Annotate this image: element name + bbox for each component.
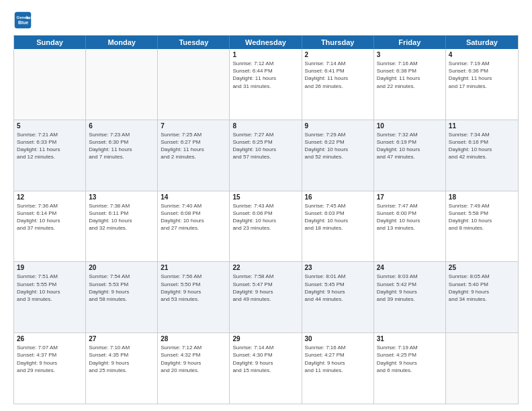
svg-text:Blue: Blue (18, 20, 28, 25)
calendar-cell: 6Sunrise: 7:23 AM Sunset: 6:30 PM Daylig… (86, 120, 158, 191)
calendar-cell: 26Sunrise: 7:07 AM Sunset: 4:37 PM Dayli… (14, 333, 86, 404)
header-day-saturday: Saturday (446, 36, 518, 49)
calendar-cell: 14Sunrise: 7:40 AM Sunset: 6:08 PM Dayli… (158, 191, 230, 262)
calendar-page: General Blue SundayMondayTuesdayWednesda… (0, 0, 532, 411)
calendar-cell: 27Sunrise: 7:10 AM Sunset: 4:35 PM Dayli… (86, 333, 158, 404)
cell-date-number: 24 (377, 264, 443, 271)
cell-info-text: Sunrise: 7:27 AM Sunset: 6:25 PM Dayligh… (232, 131, 298, 161)
cell-date-number: 31 (377, 335, 443, 342)
logo: General Blue (13, 11, 35, 30)
calendar-cell (86, 49, 158, 120)
cell-date-number: 12 (17, 193, 83, 201)
cell-info-text: Sunrise: 7:19 AM Sunset: 6:36 PM Dayligh… (449, 60, 515, 90)
cell-date-number: 5 (17, 122, 83, 130)
cell-date-number: 2 (305, 51, 371, 58)
cell-info-text: Sunrise: 7:07 AM Sunset: 4:37 PM Dayligh… (17, 344, 83, 374)
calendar: SundayMondayTuesdayWednesdayThursdayFrid… (13, 35, 519, 404)
header-day-thursday: Thursday (302, 36, 374, 49)
calendar-week-5: 26Sunrise: 7:07 AM Sunset: 4:37 PM Dayli… (14, 333, 518, 404)
cell-date-number: 19 (17, 264, 83, 271)
calendar-cell: 25Sunrise: 8:05 AM Sunset: 5:40 PM Dayli… (446, 262, 518, 332)
calendar-week-4: 19Sunrise: 7:51 AM Sunset: 5:55 PM Dayli… (14, 262, 518, 333)
cell-date-number: 9 (305, 122, 371, 130)
calendar-week-3: 12Sunrise: 7:36 AM Sunset: 6:14 PM Dayli… (14, 191, 518, 263)
cell-info-text: Sunrise: 7:34 AM Sunset: 6:16 PM Dayligh… (449, 131, 515, 161)
calendar-cell (158, 49, 230, 120)
header-day-wednesday: Wednesday (230, 36, 302, 49)
cell-info-text: Sunrise: 7:25 AM Sunset: 6:27 PM Dayligh… (161, 131, 226, 161)
cell-info-text: Sunrise: 7:47 AM Sunset: 6:00 PM Dayligh… (377, 202, 443, 232)
calendar-cell: 4Sunrise: 7:19 AM Sunset: 6:36 PM Daylig… (446, 49, 518, 120)
calendar-cell: 19Sunrise: 7:51 AM Sunset: 5:55 PM Dayli… (14, 262, 86, 332)
calendar-cell: 11Sunrise: 7:34 AM Sunset: 6:16 PM Dayli… (446, 120, 518, 191)
calendar-cell: 7Sunrise: 7:25 AM Sunset: 6:27 PM Daylig… (158, 120, 230, 191)
cell-date-number: 29 (232, 335, 298, 342)
cell-info-text: Sunrise: 7:21 AM Sunset: 6:33 PM Dayligh… (17, 131, 83, 161)
cell-info-text: Sunrise: 7:23 AM Sunset: 6:30 PM Dayligh… (89, 131, 154, 161)
cell-date-number: 8 (232, 122, 298, 130)
calendar-cell: 3Sunrise: 7:16 AM Sunset: 6:38 PM Daylig… (374, 49, 446, 120)
header-day-friday: Friday (374, 36, 446, 49)
logo-icon: General Blue (13, 11, 32, 30)
header-day-sunday: Sunday (14, 36, 86, 49)
calendar-cell: 20Sunrise: 7:54 AM Sunset: 5:53 PM Dayli… (86, 262, 158, 332)
calendar-cell: 10Sunrise: 7:32 AM Sunset: 6:19 PM Dayli… (374, 120, 446, 191)
cell-info-text: Sunrise: 7:45 AM Sunset: 6:03 PM Dayligh… (305, 202, 371, 232)
cell-date-number: 1 (232, 51, 298, 58)
cell-info-text: Sunrise: 7:14 AM Sunset: 6:41 PM Dayligh… (305, 60, 371, 90)
cell-date-number: 13 (89, 193, 154, 201)
cell-date-number: 4 (449, 51, 515, 58)
calendar-cell: 18Sunrise: 7:49 AM Sunset: 5:58 PM Dayli… (446, 191, 518, 262)
calendar-cell (14, 49, 86, 120)
calendar-cell: 12Sunrise: 7:36 AM Sunset: 6:14 PM Dayli… (14, 191, 86, 262)
calendar-cell: 8Sunrise: 7:27 AM Sunset: 6:25 PM Daylig… (230, 120, 302, 191)
cell-info-text: Sunrise: 7:32 AM Sunset: 6:19 PM Dayligh… (377, 131, 443, 161)
calendar-cell: 29Sunrise: 7:14 AM Sunset: 4:30 PM Dayli… (230, 333, 302, 404)
cell-info-text: Sunrise: 7:12 AM Sunset: 6:44 PM Dayligh… (232, 60, 298, 90)
cell-date-number: 11 (449, 122, 515, 130)
calendar-cell: 23Sunrise: 8:01 AM Sunset: 5:45 PM Dayli… (302, 262, 374, 332)
cell-info-text: Sunrise: 7:19 AM Sunset: 4:25 PM Dayligh… (377, 344, 443, 374)
calendar-cell: 2Sunrise: 7:14 AM Sunset: 6:41 PM Daylig… (302, 49, 374, 120)
cell-date-number: 23 (305, 264, 371, 271)
cell-date-number: 27 (89, 335, 154, 342)
calendar-cell: 13Sunrise: 7:38 AM Sunset: 6:11 PM Dayli… (86, 191, 158, 262)
page-header: General Blue (13, 11, 519, 30)
cell-info-text: Sunrise: 8:03 AM Sunset: 5:42 PM Dayligh… (377, 273, 443, 303)
cell-date-number: 18 (449, 193, 515, 201)
cell-date-number: 30 (305, 335, 371, 342)
cell-date-number: 6 (89, 122, 154, 130)
calendar-cell: 28Sunrise: 7:12 AM Sunset: 4:32 PM Dayli… (158, 333, 230, 404)
cell-date-number: 14 (161, 193, 226, 201)
cell-info-text: Sunrise: 7:12 AM Sunset: 4:32 PM Dayligh… (161, 344, 226, 374)
cell-info-text: Sunrise: 7:16 AM Sunset: 4:27 PM Dayligh… (305, 344, 371, 374)
calendar-cell: 16Sunrise: 7:45 AM Sunset: 6:03 PM Dayli… (302, 191, 374, 262)
cell-date-number: 3 (377, 51, 443, 58)
cell-date-number: 16 (305, 193, 371, 201)
calendar-week-1: 1Sunrise: 7:12 AM Sunset: 6:44 PM Daylig… (14, 49, 518, 120)
cell-date-number: 15 (232, 193, 298, 201)
cell-date-number: 28 (161, 335, 226, 342)
calendar-cell: 21Sunrise: 7:56 AM Sunset: 5:50 PM Dayli… (158, 262, 230, 332)
calendar-cell (446, 333, 518, 404)
calendar-cell: 9Sunrise: 7:29 AM Sunset: 6:22 PM Daylig… (302, 120, 374, 191)
calendar-cell: 30Sunrise: 7:16 AM Sunset: 4:27 PM Dayli… (302, 333, 374, 404)
cell-date-number: 17 (377, 193, 443, 201)
cell-date-number: 22 (232, 264, 298, 271)
cell-info-text: Sunrise: 7:40 AM Sunset: 6:08 PM Dayligh… (161, 202, 226, 232)
cell-date-number: 25 (449, 264, 515, 271)
cell-info-text: Sunrise: 7:58 AM Sunset: 5:47 PM Dayligh… (232, 273, 298, 303)
cell-date-number: 20 (89, 264, 154, 271)
cell-info-text: Sunrise: 7:56 AM Sunset: 5:50 PM Dayligh… (161, 273, 226, 303)
cell-info-text: Sunrise: 7:16 AM Sunset: 6:38 PM Dayligh… (377, 60, 443, 90)
header-day-tuesday: Tuesday (158, 36, 230, 49)
cell-date-number: 7 (161, 122, 226, 130)
cell-date-number: 21 (161, 264, 226, 271)
calendar-cell: 15Sunrise: 7:43 AM Sunset: 6:06 PM Dayli… (230, 191, 302, 262)
calendar-body: 1Sunrise: 7:12 AM Sunset: 6:44 PM Daylig… (14, 49, 518, 404)
calendar-week-2: 5Sunrise: 7:21 AM Sunset: 6:33 PM Daylig… (14, 120, 518, 191)
calendar-cell: 1Sunrise: 7:12 AM Sunset: 6:44 PM Daylig… (230, 49, 302, 120)
calendar-cell: 22Sunrise: 7:58 AM Sunset: 5:47 PM Dayli… (230, 262, 302, 332)
cell-info-text: Sunrise: 7:49 AM Sunset: 5:58 PM Dayligh… (449, 202, 515, 232)
cell-info-text: Sunrise: 8:01 AM Sunset: 5:45 PM Dayligh… (305, 273, 371, 303)
